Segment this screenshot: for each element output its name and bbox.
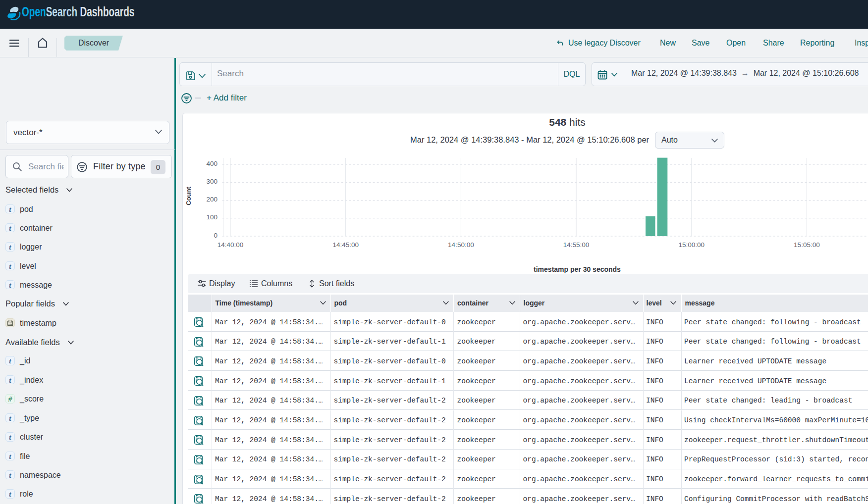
svg-text:15:00:00: 15:00:00 (679, 241, 705, 249)
svg-text:14:40:00: 14:40:00 (217, 241, 244, 249)
svg-text:14:45:00: 14:45:00 (332, 241, 359, 249)
svg-text:400: 400 (206, 160, 217, 167)
svg-text:Count: Count (185, 187, 192, 205)
svg-text:300: 300 (206, 178, 217, 185)
svg-text:timestamp per 30 seconds: timestamp per 30 seconds (534, 265, 621, 273)
svg-text:200: 200 (206, 196, 217, 203)
svg-text:15:05:00: 15:05:00 (794, 241, 820, 249)
svg-text:14:50:00: 14:50:00 (448, 241, 474, 249)
svg-text:0: 0 (214, 232, 217, 239)
svg-text:14:55:00: 14:55:00 (563, 241, 590, 249)
svg-text:100: 100 (206, 213, 217, 221)
